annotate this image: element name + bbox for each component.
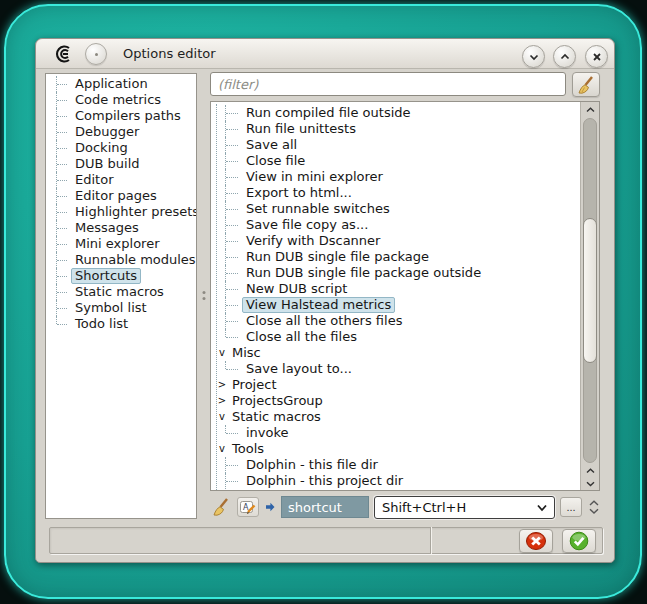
tree-item-save-all[interactable]: Save all: [215, 137, 580, 153]
tree-item-dolphin-this-project-dir[interactable]: Dolphin - this project dir: [215, 473, 580, 489]
chevron-down-icon[interactable]: [589, 508, 599, 514]
tree-item-invoke[interactable]: invoke: [215, 425, 580, 441]
tree-connector-line: [57, 148, 67, 149]
tree-connector-line: [57, 196, 67, 197]
tree-item-save-layout-to[interactable]: Save layout to...: [215, 361, 580, 377]
cancel-button[interactable]: [519, 529, 553, 553]
close-icon: [591, 51, 603, 63]
sidebar-item-runnable-modules[interactable]: Runnable modules: [46, 252, 196, 268]
tree-item-dolphin-this-file-dir[interactable]: Dolphin - this file dir: [215, 457, 580, 473]
tree-item-label: Misc: [228, 345, 265, 361]
window-menu-button[interactable]: [85, 43, 107, 65]
scroll-down-button[interactable]: [581, 477, 599, 490]
sidebar-item-mini-explorer[interactable]: Mini explorer: [46, 236, 196, 252]
tree-scrollbar[interactable]: [580, 102, 599, 490]
chevron-up-icon[interactable]: [589, 500, 599, 506]
tree-connector-line: [226, 241, 238, 242]
broom-icon: [576, 75, 596, 95]
splitter-handle[interactable]: [198, 73, 210, 519]
sidebar-item-label: DUB build: [71, 156, 144, 172]
tree-item-run-compiled-file-outside[interactable]: Run compiled file outside: [215, 105, 580, 121]
tree-item-misc[interactable]: vMisc: [215, 345, 580, 361]
sidebar-item-editor[interactable]: Editor: [46, 172, 196, 188]
titlebar[interactable]: Options editor: [36, 39, 614, 69]
tree-item-label: Dolphin - this project dir: [242, 473, 407, 489]
tree-item-label: Close all the files: [242, 329, 361, 345]
tree-item-view-in-mini-explorer[interactable]: View in mini explorer: [215, 169, 580, 185]
tree-item-tools[interactable]: vTools: [215, 441, 580, 457]
accept-button[interactable]: [562, 529, 596, 553]
tree-item-new-dub-script[interactable]: New DUB script: [215, 281, 580, 297]
sidebar-item-application[interactable]: Application: [46, 76, 196, 92]
tree-connector-line: [226, 321, 238, 322]
tree-connector-line: [57, 324, 67, 325]
tree-connector-line: [226, 145, 238, 146]
sidebar-item-debugger[interactable]: Debugger: [46, 124, 196, 140]
sidebar-item-todo-list[interactable]: Todo list: [46, 316, 196, 332]
chevron-down-icon: [586, 481, 595, 487]
tree-item-set-runnable-switches[interactable]: Set runnable switches: [215, 201, 580, 217]
sidebar-item-docking[interactable]: Docking: [46, 140, 196, 156]
sidebar-item-highlighter-presets[interactable]: Highlighter presets: [46, 204, 196, 220]
sidebar-item-shortcuts[interactable]: Shortcuts: [46, 268, 196, 284]
sidebar-item-dub-build[interactable]: DUB build: [46, 156, 196, 172]
scroll-up-button-2[interactable]: [581, 464, 599, 477]
splitter-grip: [203, 291, 206, 294]
tree-item-static-macros[interactable]: vStatic macros: [215, 409, 580, 425]
app-logo-icon: [53, 43, 75, 65]
tree-item-run-file-unittests[interactable]: Run file unittests: [215, 121, 580, 137]
tree-item-export-to-html[interactable]: Export to html...: [215, 185, 580, 201]
property-arrow-icon: [264, 501, 276, 513]
collapse-icon[interactable]: v: [216, 441, 228, 457]
tree-connector-line: [226, 113, 238, 114]
tree-item-run-dub-single-file-package[interactable]: Run DUB single file package: [215, 249, 580, 265]
tree-item-save-file-copy-as[interactable]: Save file copy as...: [215, 217, 580, 233]
browse-shortcut-button[interactable]: ...: [560, 497, 582, 517]
chevron-up-icon: [586, 468, 595, 474]
tree-item-label: Static macros: [228, 409, 325, 425]
tree-connector-line: [57, 84, 67, 85]
scrollbar-track[interactable]: [583, 118, 597, 463]
expand-icon[interactable]: >: [216, 377, 228, 393]
edit-value-button[interactable]: A: [237, 497, 259, 517]
clear-filter-button[interactable]: [572, 72, 600, 97]
maximize-button[interactable]: [553, 45, 576, 68]
sidebar-item-static-macros[interactable]: Static macros: [46, 284, 196, 300]
tree-connector-line: [226, 193, 238, 194]
filter-input[interactable]: [210, 72, 566, 96]
tree-item-verify-with-dscanner[interactable]: Verify with Dscanner: [215, 233, 580, 249]
property-name-cell[interactable]: shortcut: [281, 496, 369, 518]
sidebar-item-editor-pages[interactable]: Editor pages: [46, 188, 196, 204]
tree-item-close-all-the-files[interactable]: Close all the files: [215, 329, 580, 345]
collapse-icon[interactable]: v: [216, 409, 228, 425]
tree-item-close-file[interactable]: Close file: [215, 153, 580, 169]
clean-value-button[interactable]: [210, 497, 232, 517]
sidebar-item-code-metrics[interactable]: Code metrics: [46, 92, 196, 108]
tree-item-close-all-the-others-files[interactable]: Close all the others files: [215, 313, 580, 329]
sidebar-item-compilers-paths[interactable]: Compilers paths: [46, 108, 196, 124]
sidebar-item-messages[interactable]: Messages: [46, 220, 196, 236]
filter-row: [210, 72, 600, 99]
tree-connector-line: [57, 228, 67, 229]
tree-item-project[interactable]: >Project: [215, 377, 580, 393]
scroll-up-button[interactable]: [581, 102, 599, 117]
broom-icon: [211, 497, 231, 517]
expand-icon[interactable]: >: [216, 393, 228, 409]
tree-item-projectsgroup[interactable]: >ProjectsGroup: [215, 393, 580, 409]
tree-item-run-dub-single-file-package-outside[interactable]: Run DUB single file package outside: [215, 265, 580, 281]
collapse-icon[interactable]: v: [216, 345, 228, 361]
chevron-up-icon: [559, 51, 571, 63]
chevron-down-icon: [528, 51, 540, 63]
scrollbar-thumb[interactable]: [583, 218, 597, 362]
minimize-button[interactable]: [522, 45, 545, 68]
tree-item-view-halstead-metrics[interactable]: View Halstead metrics: [215, 297, 580, 313]
shortcut-value-combobox[interactable]: Shift+Ctrl+H: [374, 496, 555, 519]
tree-item-label: Close file: [242, 153, 309, 169]
sidebar-item-label: Shortcuts: [71, 268, 141, 284]
tree-connector-line: [226, 289, 238, 290]
close-button[interactable]: [585, 45, 608, 68]
window-title: Options editor: [123, 46, 216, 61]
accept-icon: [568, 531, 590, 551]
sidebar-item-symbol-list[interactable]: Symbol list: [46, 300, 196, 316]
sidebar-item-label: Symbol list: [71, 300, 151, 316]
